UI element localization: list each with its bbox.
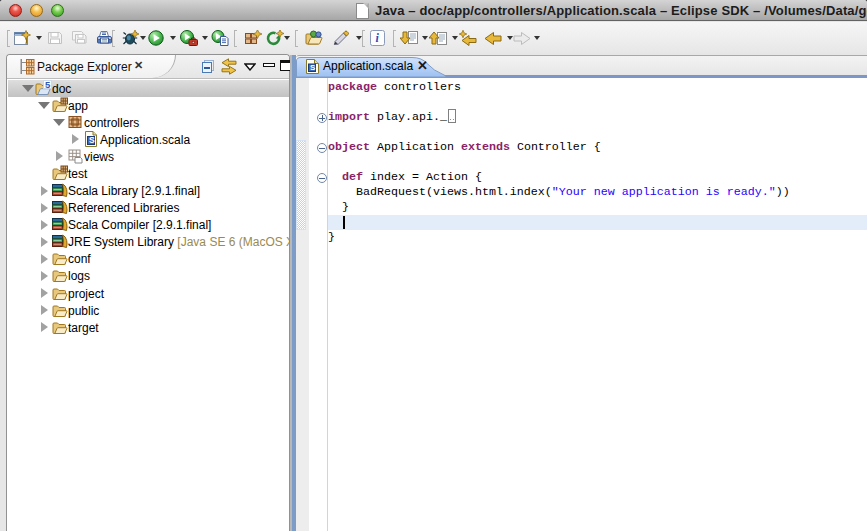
svg-text:S: S bbox=[89, 135, 95, 145]
svg-text:S: S bbox=[310, 63, 316, 72]
svg-text:5: 5 bbox=[45, 80, 51, 90]
